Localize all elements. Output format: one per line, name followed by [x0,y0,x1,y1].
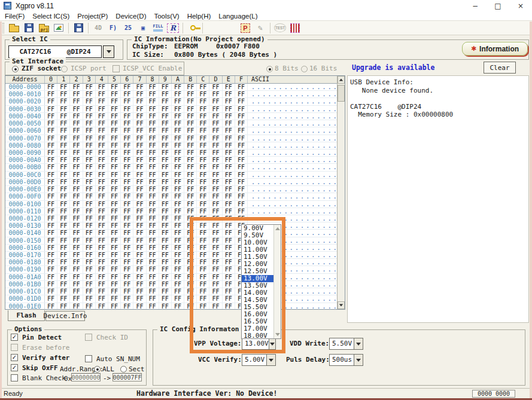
selected-ic-value[interactable]: CAT27C16 @DIP24 [8,45,102,58]
hex-byte-cell[interactable]: FF [121,281,133,288]
hex-grid-scrollbar[interactable] [337,76,345,309]
hex-ascii-cell[interactable]: ................ [248,120,337,127]
hex-byte-cell[interactable]: FF [45,295,57,302]
hex-byte-cell[interactable]: FF [70,142,83,149]
hex-byte-cell[interactable]: FF [159,172,172,178]
hex-byte-cell[interactable]: FF [172,157,184,163]
hex-byte-cell[interactable]: FF [108,215,121,222]
hex-byte-cell[interactable]: FF [108,245,121,251]
hex-byte-cell[interactable]: FF [223,295,235,302]
hex-byte-cell[interactable]: FF [45,245,57,251]
hex-byte-cell[interactable]: FF [147,252,159,258]
hex-byte-cell[interactable]: FF [147,208,159,215]
hex-byte-cell[interactable]: FF [57,91,70,97]
hex-byte-cell[interactable]: FF [147,98,159,105]
hex-byte-cell[interactable]: FF [147,113,159,120]
hex-byte-cell[interactable]: FF [70,215,83,222]
hex-byte-cell[interactable]: FF [121,288,133,295]
hex-byte-cell[interactable]: FF [235,186,248,193]
hex-byte-cell[interactable]: FF [96,303,108,309]
menu-language[interactable]: Language(L) [218,13,257,20]
save-project-icon[interactable] [52,22,65,34]
pin-detect-checkbox[interactable] [11,334,18,341]
hex-byte-cell[interactable]: FF [209,303,222,309]
hex-byte-cell[interactable]: FF [96,84,108,90]
hex-byte-cell[interactable]: FF [83,303,96,309]
hex-byte-cell[interactable]: FF [172,230,184,236]
hex-byte-cell[interactable]: FF [184,157,197,163]
hex-byte-cell[interactable]: FF [209,252,222,258]
minimize-button[interactable]: − [464,0,487,11]
hex-byte-cell[interactable]: FF [184,120,197,127]
hex-byte-cell[interactable]: FF [184,222,197,229]
hex-byte-cell[interactable]: FF [70,230,83,236]
hex-byte-cell[interactable]: FF [108,135,121,142]
scroll-up-icon[interactable] [338,76,345,84]
hex-byte-cell[interactable]: FF [57,186,70,193]
hex-byte-cell[interactable]: FF [45,288,57,295]
hex-byte-cell[interactable]: FF [83,230,96,236]
hex-byte-cell[interactable]: FF [147,266,159,273]
hex-byte-cell[interactable]: FF [209,245,222,251]
hex-byte-cell[interactable]: FF [70,98,83,105]
menu-device[interactable]: Device(D) [115,13,146,20]
hex-byte-cell[interactable]: FF [223,237,235,244]
hex-byte-cell[interactable]: FF [121,172,133,178]
hex-byte-cell[interactable]: FF [45,127,57,134]
hex-byte-cell[interactable]: FF [197,208,209,215]
hex-byte-cell[interactable]: FF [197,135,209,142]
dropdown-scrollbar[interactable] [273,225,281,338]
hex-byte-cell[interactable]: FF [121,157,133,163]
hex-byte-cell[interactable]: FF [159,230,172,236]
hex-byte-cell[interactable]: FF [133,266,146,273]
hex-byte-cell[interactable]: FF [197,222,209,229]
hex-byte-cell[interactable]: FF [172,113,184,120]
hex-byte-cell[interactable]: FF [83,259,96,265]
16-bits-radio[interactable] [301,66,308,72]
hex-byte-cell[interactable]: FF [159,120,172,127]
hex-byte-cell[interactable]: FF [57,142,70,149]
hex-byte-cell[interactable]: FF [133,84,146,90]
clear-button[interactable]: Clear [484,62,516,74]
hex-byte-cell[interactable]: FF [108,186,121,193]
vpp-voltage-select[interactable]: 13.00V [242,338,276,350]
hex-byte-cell[interactable]: FF [83,91,96,97]
hex-byte-cell[interactable]: FF [121,266,133,273]
hex-byte-cell[interactable]: FF [209,281,222,288]
hex-byte-cell[interactable]: FF [197,252,209,258]
hex-byte-cell[interactable]: FF [45,120,57,127]
hex-byte-cell[interactable]: FF [159,142,172,149]
hex-byte-cell[interactable]: FF [159,179,172,185]
open-project-icon[interactable]: prj [37,22,50,34]
hex-byte-cell[interactable]: FF [96,252,108,258]
hex-byte-cell[interactable]: FF [184,259,197,265]
hex-ascii-cell[interactable]: ................ [248,157,337,163]
hex-ascii-cell[interactable]: ................ [248,106,337,112]
hex-byte-cell[interactable]: FF [57,149,70,156]
puls-delay-select[interactable]: 500us [329,354,363,366]
hex-byte-cell[interactable]: FF [184,288,197,295]
hex-byte-cell[interactable]: FF [133,186,146,193]
hex-byte-cell[interactable]: FF [209,157,222,163]
hex-byte-cell[interactable]: FF [197,281,209,288]
hex-byte-cell[interactable]: FF [184,266,197,273]
hex-byte-cell[interactable]: FF [223,149,235,156]
hex-byte-cell[interactable]: FF [235,106,248,112]
hex-byte-cell[interactable]: FF [83,281,96,288]
hex-byte-cell[interactable]: FF [57,127,70,134]
hex-byte-cell[interactable]: FF [108,237,121,244]
hex-byte-cell[interactable]: FF [172,164,184,170]
hex-byte-cell[interactable]: FF [159,281,172,288]
hex-byte-cell[interactable]: FF [108,281,121,288]
hex-byte-cell[interactable]: FF [96,120,108,127]
hex-byte-cell[interactable]: FF [96,142,108,149]
hex-byte-cell[interactable]: FF [121,303,133,309]
hex-byte-cell[interactable]: FF [70,120,83,127]
hex-byte-cell[interactable]: FF [45,193,57,200]
hex-byte-cell[interactable]: FF [197,98,209,105]
close-button[interactable]: × [509,0,532,11]
select-ic-dropdown-button[interactable] [103,45,114,58]
hex-byte-cell[interactable]: FF [83,237,96,244]
hex-byte-cell[interactable]: FF [96,172,108,178]
chevron-down-icon[interactable] [354,355,363,365]
